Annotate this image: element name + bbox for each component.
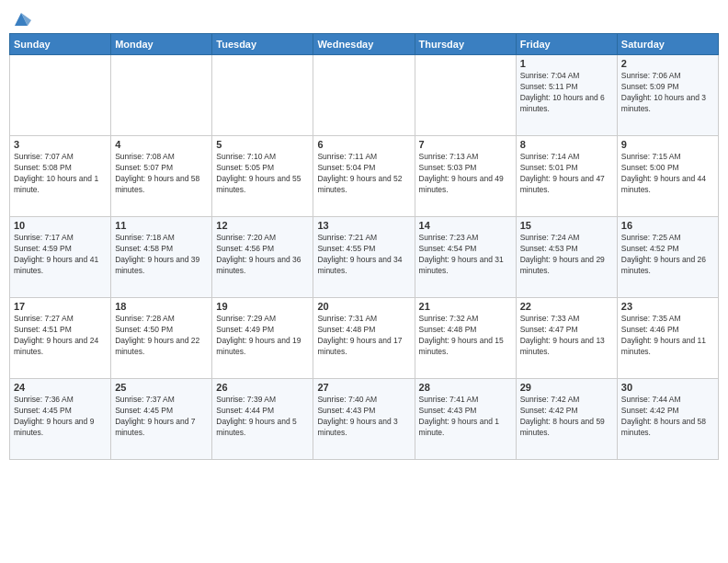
calendar-cell: 7Sunrise: 7:13 AM Sunset: 5:03 PM Daylig…	[415, 136, 516, 217]
day-number: 14	[419, 220, 512, 231]
day-info: Sunrise: 7:31 AM Sunset: 4:48 PM Dayligh…	[317, 314, 410, 358]
logo-icon	[11, 9, 31, 29]
calendar-cell: 21Sunrise: 7:32 AM Sunset: 4:48 PM Dayli…	[415, 298, 516, 379]
day-number: 10	[14, 220, 107, 231]
calendar-week-row: 3Sunrise: 7:07 AM Sunset: 5:08 PM Daylig…	[10, 136, 719, 217]
calendar-cell: 20Sunrise: 7:31 AM Sunset: 4:48 PM Dayli…	[313, 298, 415, 379]
day-of-week-header: Thursday	[415, 34, 516, 55]
calendar-cell: 29Sunrise: 7:42 AM Sunset: 4:42 PM Dayli…	[516, 379, 617, 460]
day-info: Sunrise: 7:20 AM Sunset: 4:56 PM Dayligh…	[216, 233, 309, 277]
day-number: 12	[216, 220, 309, 231]
day-of-week-header: Sunday	[10, 34, 111, 55]
calendar-table: SundayMondayTuesdayWednesdayThursdayFrid…	[9, 33, 719, 460]
day-number: 23	[621, 301, 714, 312]
day-number: 28	[419, 382, 512, 393]
calendar-cell: 12Sunrise: 7:20 AM Sunset: 4:56 PM Dayli…	[212, 217, 313, 298]
calendar-cell: 13Sunrise: 7:21 AM Sunset: 4:55 PM Dayli…	[313, 217, 415, 298]
days-of-week-row: SundayMondayTuesdayWednesdayThursdayFrid…	[10, 34, 719, 55]
day-info: Sunrise: 7:40 AM Sunset: 4:43 PM Dayligh…	[317, 395, 410, 439]
calendar-cell	[415, 55, 516, 136]
calendar-cell: 24Sunrise: 7:36 AM Sunset: 4:45 PM Dayli…	[10, 379, 111, 460]
calendar-cell: 15Sunrise: 7:24 AM Sunset: 4:53 PM Dayli…	[516, 217, 617, 298]
calendar-cell: 5Sunrise: 7:10 AM Sunset: 5:05 PM Daylig…	[212, 136, 313, 217]
day-of-week-header: Tuesday	[212, 34, 313, 55]
day-number: 17	[14, 301, 107, 312]
day-info: Sunrise: 7:39 AM Sunset: 4:44 PM Dayligh…	[216, 395, 309, 439]
calendar-cell: 4Sunrise: 7:08 AM Sunset: 5:07 PM Daylig…	[111, 136, 212, 217]
day-info: Sunrise: 7:11 AM Sunset: 5:04 PM Dayligh…	[317, 152, 410, 196]
calendar-cell: 26Sunrise: 7:39 AM Sunset: 4:44 PM Dayli…	[212, 379, 313, 460]
day-number: 21	[419, 301, 512, 312]
calendar-cell	[212, 55, 313, 136]
day-info: Sunrise: 7:44 AM Sunset: 4:42 PM Dayligh…	[621, 395, 714, 439]
day-info: Sunrise: 7:42 AM Sunset: 4:42 PM Dayligh…	[520, 395, 613, 439]
day-number: 13	[317, 220, 410, 231]
day-number: 6	[317, 139, 410, 150]
calendar-week-row: 10Sunrise: 7:17 AM Sunset: 4:59 PM Dayli…	[10, 217, 719, 298]
day-number: 18	[115, 301, 208, 312]
calendar-cell: 19Sunrise: 7:29 AM Sunset: 4:49 PM Dayli…	[212, 298, 313, 379]
calendar-cell: 14Sunrise: 7:23 AM Sunset: 4:54 PM Dayli…	[415, 217, 516, 298]
day-number: 3	[14, 139, 107, 150]
day-number: 2	[621, 58, 714, 69]
day-info: Sunrise: 7:32 AM Sunset: 4:48 PM Dayligh…	[419, 314, 512, 358]
day-number: 29	[520, 382, 613, 393]
day-info: Sunrise: 7:21 AM Sunset: 4:55 PM Dayligh…	[317, 233, 410, 277]
calendar-cell: 16Sunrise: 7:25 AM Sunset: 4:52 PM Dayli…	[617, 217, 718, 298]
calendar-cell: 11Sunrise: 7:18 AM Sunset: 4:58 PM Dayli…	[111, 217, 212, 298]
page-container: SundayMondayTuesdayWednesdayThursdayFrid…	[0, 0, 728, 563]
day-number: 26	[216, 382, 309, 393]
day-info: Sunrise: 7:13 AM Sunset: 5:03 PM Dayligh…	[419, 152, 512, 196]
calendar-cell	[10, 55, 111, 136]
day-info: Sunrise: 7:24 AM Sunset: 4:53 PM Dayligh…	[520, 233, 613, 277]
day-number: 1	[520, 58, 613, 69]
day-info: Sunrise: 7:23 AM Sunset: 4:54 PM Dayligh…	[419, 233, 512, 277]
day-info: Sunrise: 7:35 AM Sunset: 4:46 PM Dayligh…	[621, 314, 714, 358]
day-info: Sunrise: 7:08 AM Sunset: 5:07 PM Dayligh…	[115, 152, 208, 196]
day-info: Sunrise: 7:41 AM Sunset: 4:43 PM Dayligh…	[419, 395, 512, 439]
day-info: Sunrise: 7:36 AM Sunset: 4:45 PM Dayligh…	[14, 395, 107, 439]
day-number: 4	[115, 139, 208, 150]
calendar-cell: 1Sunrise: 7:04 AM Sunset: 5:11 PM Daylig…	[516, 55, 617, 136]
day-number: 27	[317, 382, 410, 393]
day-number: 24	[14, 382, 107, 393]
calendar-cell: 25Sunrise: 7:37 AM Sunset: 4:45 PM Dayli…	[111, 379, 212, 460]
calendar-cell: 18Sunrise: 7:28 AM Sunset: 4:50 PM Dayli…	[111, 298, 212, 379]
calendar-cell: 6Sunrise: 7:11 AM Sunset: 5:04 PM Daylig…	[313, 136, 415, 217]
day-number: 7	[419, 139, 512, 150]
calendar-cell	[111, 55, 212, 136]
header	[9, 9, 719, 26]
day-info: Sunrise: 7:25 AM Sunset: 4:52 PM Dayligh…	[621, 233, 714, 277]
day-info: Sunrise: 7:37 AM Sunset: 4:45 PM Dayligh…	[115, 395, 208, 439]
calendar-cell: 23Sunrise: 7:35 AM Sunset: 4:46 PM Dayli…	[617, 298, 718, 379]
day-of-week-header: Monday	[111, 34, 212, 55]
day-number: 5	[216, 139, 309, 150]
day-number: 16	[621, 220, 714, 231]
day-number: 30	[621, 382, 714, 393]
calendar-cell: 17Sunrise: 7:27 AM Sunset: 4:51 PM Dayli…	[10, 298, 111, 379]
day-of-week-header: Saturday	[617, 34, 718, 55]
day-number: 19	[216, 301, 309, 312]
day-number: 11	[115, 220, 208, 231]
calendar-cell: 2Sunrise: 7:06 AM Sunset: 5:09 PM Daylig…	[617, 55, 718, 136]
calendar-cell	[313, 55, 415, 136]
day-number: 25	[115, 382, 208, 393]
calendar-cell: 9Sunrise: 7:15 AM Sunset: 5:00 PM Daylig…	[617, 136, 718, 217]
day-info: Sunrise: 7:04 AM Sunset: 5:11 PM Dayligh…	[520, 71, 613, 115]
calendar-cell: 8Sunrise: 7:14 AM Sunset: 5:01 PM Daylig…	[516, 136, 617, 217]
calendar-week-row: 17Sunrise: 7:27 AM Sunset: 4:51 PM Dayli…	[10, 298, 719, 379]
day-info: Sunrise: 7:10 AM Sunset: 5:05 PM Dayligh…	[216, 152, 309, 196]
day-info: Sunrise: 7:18 AM Sunset: 4:58 PM Dayligh…	[115, 233, 208, 277]
calendar-cell: 3Sunrise: 7:07 AM Sunset: 5:08 PM Daylig…	[10, 136, 111, 217]
calendar-cell: 28Sunrise: 7:41 AM Sunset: 4:43 PM Dayli…	[415, 379, 516, 460]
day-number: 8	[520, 139, 613, 150]
day-info: Sunrise: 7:29 AM Sunset: 4:49 PM Dayligh…	[216, 314, 309, 358]
day-number: 9	[621, 139, 714, 150]
day-number: 20	[317, 301, 410, 312]
day-info: Sunrise: 7:27 AM Sunset: 4:51 PM Dayligh…	[14, 314, 107, 358]
day-info: Sunrise: 7:06 AM Sunset: 5:09 PM Dayligh…	[621, 71, 714, 115]
calendar-cell: 27Sunrise: 7:40 AM Sunset: 4:43 PM Dayli…	[313, 379, 415, 460]
calendar-cell: 10Sunrise: 7:17 AM Sunset: 4:59 PM Dayli…	[10, 217, 111, 298]
day-of-week-header: Wednesday	[313, 34, 415, 55]
day-number: 22	[520, 301, 613, 312]
